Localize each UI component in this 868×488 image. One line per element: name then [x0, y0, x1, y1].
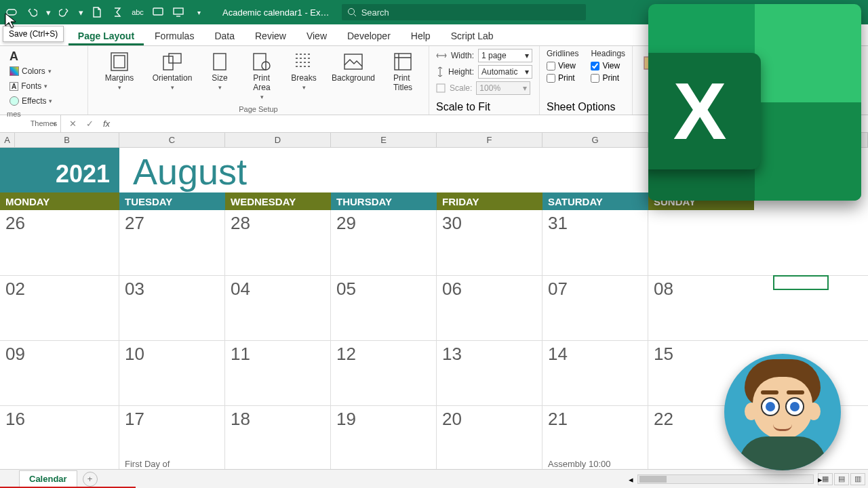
qat-customize-icon[interactable]: ▾	[191, 5, 206, 20]
height-select[interactable]: Automatic▾	[478, 65, 532, 79]
svg-rect-15	[437, 84, 445, 92]
print-titles-button[interactable]: Print Titles	[384, 49, 422, 100]
hscroll-left-icon[interactable]: ◂	[629, 474, 633, 485]
day-cell[interactable]: 09	[0, 341, 119, 405]
quick-access-toolbar: ▾ ▾ abc ▾	[0, 5, 210, 20]
add-sheet-button[interactable]: +	[83, 472, 98, 487]
day-cell[interactable]: 28	[225, 210, 331, 275]
tab-formulas[interactable]: Formulas	[145, 26, 203, 45]
redo-drop-icon[interactable]: ▾	[77, 5, 84, 20]
spellcheck-icon[interactable]: abc	[130, 5, 145, 20]
day-cell[interactable]: 10	[119, 341, 225, 405]
day-cell[interactable]: 18	[225, 406, 331, 469]
day-cell[interactable]: 27	[119, 210, 225, 275]
day-cell[interactable]: 30	[437, 210, 542, 275]
breaks-button[interactable]: Breaks▾	[285, 49, 323, 100]
day-cell[interactable]: 05	[331, 276, 437, 340]
colors-button[interactable]: Colors▾	[7, 64, 81, 79]
document-title: Academic calendar1 - Ex…	[222, 7, 330, 18]
day-cell[interactable]: 02	[0, 276, 119, 340]
day-cell[interactable]: 06	[437, 276, 542, 340]
day-cell[interactable]: 07	[542, 276, 648, 340]
tab-review[interactable]: Review	[245, 26, 296, 45]
tab-developer[interactable]: Developer	[338, 26, 400, 45]
tab-page-layout[interactable]: Page Layout	[68, 26, 144, 45]
day-cell[interactable]: 17First Day of	[119, 406, 225, 469]
print-area-button[interactable]: Print Area▾	[243, 49, 281, 100]
col-F[interactable]: F	[437, 133, 542, 147]
headings-print-checkbox[interactable]: Print	[591, 73, 625, 83]
day-cell[interactable]: 14	[542, 341, 648, 405]
group-themes: A Colors▾ AFonts▾ Effects▾ mes Themes	[0, 46, 88, 115]
col-D[interactable]: D	[225, 133, 331, 147]
page-layout-view-icon[interactable]: ▤	[834, 473, 849, 485]
excel-logo-overlay: X	[648, 4, 861, 201]
svg-rect-7	[114, 56, 125, 68]
hscroll-right-icon[interactable]: ▸	[818, 474, 823, 485]
day-cell[interactable]: 26	[0, 210, 119, 275]
day-cell[interactable]: 13	[437, 341, 542, 405]
weekday-tuesday: TUESDAY	[119, 192, 225, 210]
gridlines-print-checkbox[interactable]: Print	[547, 73, 578, 83]
svg-rect-9	[169, 54, 181, 63]
selected-cell-outline	[773, 275, 829, 290]
tab-script-lab[interactable]: Script Lab	[441, 26, 503, 45]
search-input[interactable]	[361, 7, 580, 18]
fonts-button[interactable]: AFonts▾	[7, 79, 81, 94]
size-button[interactable]: Size▾	[201, 49, 239, 100]
tab-data[interactable]: Data	[205, 26, 244, 45]
autosum-icon[interactable]	[110, 5, 125, 20]
excel-x-icon: X	[673, 65, 727, 157]
day-cell[interactable]: 20	[437, 406, 542, 469]
effects-button[interactable]: Effects▾	[7, 94, 81, 108]
day-cell[interactable]: 29	[331, 210, 437, 275]
undo-drop-icon[interactable]: ▾	[45, 5, 52, 20]
horizontal-scrollbar[interactable]: ◂▸	[637, 474, 814, 484]
sheet-tab-calendar[interactable]: Calendar	[19, 470, 77, 488]
margins-button[interactable]: Margins▾	[95, 49, 144, 100]
scale-icon	[436, 83, 446, 93]
search-box[interactable]	[342, 4, 586, 20]
col-E[interactable]: E	[331, 133, 437, 147]
touch-mode-icon[interactable]	[151, 5, 165, 20]
weekday-saturday: SATURDAY	[542, 192, 648, 210]
height-icon	[436, 66, 444, 77]
search-icon	[347, 7, 356, 17]
mouse-cursor-icon	[4, 12, 18, 33]
day-cell[interactable]: 12	[331, 341, 437, 405]
day-note: Assembly 10:00	[548, 459, 611, 469]
background-button[interactable]: Background	[327, 49, 380, 100]
day-cell[interactable]: 11	[225, 341, 331, 405]
width-select[interactable]: 1 page▾	[478, 49, 532, 62]
day-cell[interactable]: 16	[0, 406, 119, 469]
day-cell[interactable]: 04	[225, 276, 331, 340]
tab-help[interactable]: Help	[401, 26, 440, 45]
day-cell[interactable]: 19	[331, 406, 437, 469]
day-cell[interactable]: 31	[542, 210, 648, 275]
svg-rect-13	[344, 54, 362, 69]
day-cell[interactable]: 08	[648, 276, 754, 340]
day-cell[interactable]	[648, 210, 754, 275]
new-file-icon[interactable]	[90, 5, 104, 20]
tab-view[interactable]: View	[297, 26, 336, 45]
group-page-setup: Margins▾ Orientation▾ Size▾ Print Area▾ …	[88, 46, 429, 115]
col-G[interactable]: G	[542, 133, 648, 147]
col-A[interactable]: A	[0, 133, 15, 147]
present-icon[interactable]	[171, 5, 186, 20]
day-cell[interactable]: 21Assembly 10:00	[542, 406, 648, 469]
headings-view-checkbox[interactable]: View	[591, 61, 625, 70]
avatar-overlay	[724, 354, 841, 470]
col-B[interactable]: B	[15, 133, 119, 147]
themes-aa-icon[interactable]: A	[7, 49, 81, 64]
redo-button[interactable]	[57, 5, 72, 20]
svg-rect-14	[395, 54, 411, 70]
col-C[interactable]: C	[119, 133, 225, 147]
undo-button[interactable]	[24, 5, 39, 20]
scale-select[interactable]: 100%▾	[476, 81, 530, 95]
orientation-button[interactable]: Orientation▾	[148, 49, 197, 100]
fx-icon[interactable]: fx	[103, 119, 110, 129]
gridlines-view-checkbox[interactable]: View	[547, 61, 578, 70]
page-break-view-icon[interactable]: ▥	[850, 473, 865, 485]
day-cell[interactable]: 03	[119, 276, 225, 340]
enter-formula-icon[interactable]: ✓	[86, 119, 94, 129]
